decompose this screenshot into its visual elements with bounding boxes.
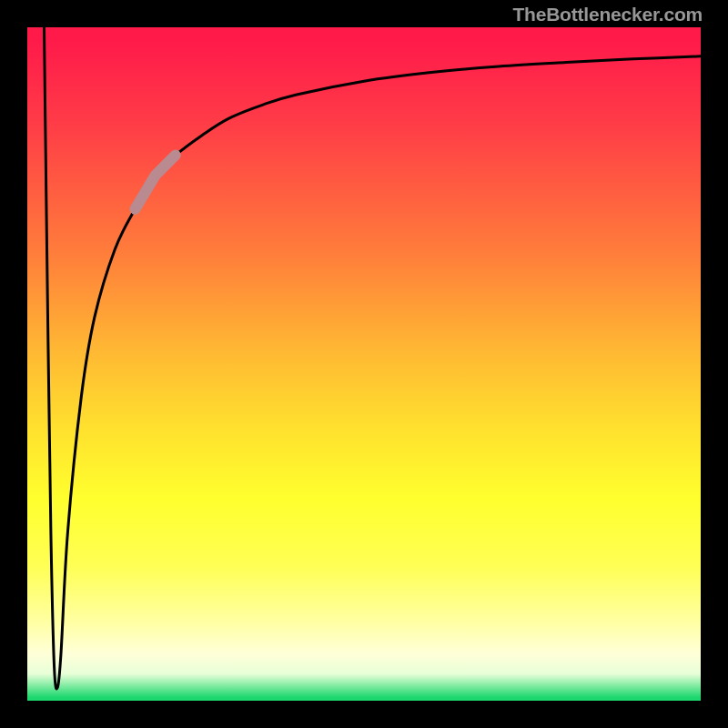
axis-left xyxy=(0,0,27,728)
gradient-background xyxy=(27,27,701,701)
axis-bottom xyxy=(0,701,728,728)
attribution-label: TheBottlenecker.com xyxy=(512,4,703,25)
axis-right xyxy=(701,0,728,728)
chart-container: TheBottlenecker.com xyxy=(0,0,728,728)
